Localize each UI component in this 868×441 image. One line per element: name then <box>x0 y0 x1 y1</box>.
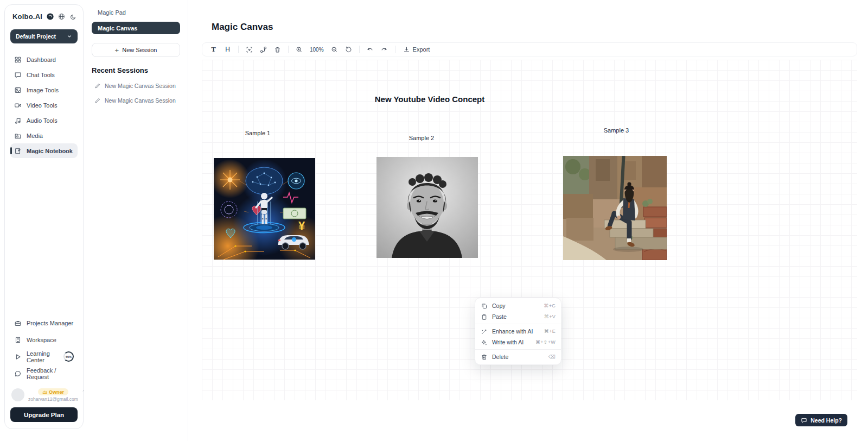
connector-tool-button[interactable] <box>257 44 270 55</box>
sample-1-image[interactable]: ¥ <box>214 158 315 260</box>
sidebar-item-label: Chat Tools <box>27 72 55 78</box>
connector-icon <box>260 46 267 53</box>
rotate-ccw-icon <box>345 46 352 53</box>
new-session-button[interactable]: + New Session <box>92 43 180 57</box>
sample-1-label[interactable]: Sample 1 <box>225 130 290 136</box>
dark-mode-moon-icon[interactable] <box>70 14 76 20</box>
canvas-toolbar: T H 100% Export <box>202 42 857 56</box>
export-button[interactable]: Export <box>400 46 433 53</box>
page-title: Magic Canvas <box>212 22 273 33</box>
reset-view-button[interactable] <box>342 44 355 55</box>
need-help-button[interactable]: Need Help? <box>795 414 847 426</box>
redo-button[interactable] <box>378 44 391 55</box>
delete-tool-button[interactable] <box>271 44 284 55</box>
trash-icon <box>274 46 281 53</box>
upgrade-plan-button[interactable]: Upgrade Plan <box>10 407 78 422</box>
zoom-out-button[interactable] <box>328 44 341 55</box>
user-account-row[interactable]: Owner zoharvan12@gmail.com <box>10 384 78 407</box>
sidebar-item-projects-manager[interactable]: Projects Manager <box>10 317 78 329</box>
context-menu-shortcut: ⌘+E <box>544 329 556 334</box>
sidebar-item-dashboard[interactable]: Dashboard <box>10 52 78 67</box>
download-icon <box>403 46 410 53</box>
text-tool-button[interactable]: T <box>207 44 220 55</box>
plus-icon: + <box>115 47 119 54</box>
sidebar-item-label: Dashboard <box>27 56 56 63</box>
music-note-icon <box>14 117 22 124</box>
context-menu-copy[interactable]: Copy ⌘+C <box>475 300 561 311</box>
chevron-down-icon <box>67 34 72 39</box>
app-root: Kolbo.AI Default Project Dashb <box>0 0 868 441</box>
context-menu-shortcut: ⌘+V <box>544 314 556 319</box>
sidebar-item-audio-tools[interactable]: Audio Tools <box>10 113 78 128</box>
sidebar-item-media[interactable]: Media <box>10 128 78 143</box>
session-item-label: New Magic Canvas Session <box>105 83 176 89</box>
context-menu-item-label: Paste <box>492 313 507 320</box>
context-menu-enhance-with-ai[interactable]: Enhance with AI ⌘+E <box>475 326 561 337</box>
sidebar-item-label: Workspace <box>27 337 56 343</box>
context-menu-divider <box>475 349 561 350</box>
toolbar-separator <box>238 46 239 53</box>
brand-row: Kolbo.AI <box>10 12 78 21</box>
avatar[interactable] <box>11 388 24 401</box>
sidebar-item-label: Video Tools <box>27 102 57 109</box>
sample-3-label[interactable]: Sample 3 <box>584 127 649 134</box>
copy-icon <box>481 303 488 310</box>
zoom-in-icon <box>296 46 303 53</box>
session-panel: Magic Pad Magic Canvas + New Session Rec… <box>84 0 188 441</box>
sidebar-item-workspace[interactable]: Workspace <box>10 333 78 346</box>
sidebar-nav: Dashboard Chat Tools Image Tools Video T… <box>10 52 78 158</box>
video-camera-icon <box>14 102 22 109</box>
sidebar-item-learning-center[interactable]: Learning Center 66% <box>10 350 78 363</box>
brand-head-icon <box>46 12 54 21</box>
context-menu-item-label: Write with AI <box>492 339 524 345</box>
select-tool-button[interactable] <box>243 44 256 55</box>
sidebar-item-chat-tools[interactable]: Chat Tools <box>10 67 78 82</box>
selection-icon <box>246 46 253 53</box>
zoom-level[interactable]: 100% <box>307 47 327 53</box>
text-tool-icon: T <box>211 45 216 54</box>
undo-button[interactable] <box>364 44 376 55</box>
sidebar-item-video-tools[interactable]: Video Tools <box>10 98 78 112</box>
pencil-icon <box>94 97 101 104</box>
crown-icon <box>42 390 47 394</box>
zoom-in-button[interactable] <box>293 44 305 55</box>
notebook-pen-icon <box>14 147 22 155</box>
tab-magic-pad[interactable]: Magic Pad <box>92 8 180 17</box>
heading-tool-button[interactable]: H <box>221 44 234 55</box>
undo-icon <box>366 46 374 53</box>
sidebar-item-magic-notebook[interactable]: Magic Notebook <box>10 143 78 158</box>
export-label: Export <box>413 46 430 53</box>
sample-2-label[interactable]: Sample 2 <box>389 135 454 141</box>
project-selector[interactable]: Default Project <box>10 29 78 43</box>
svg-text:¥: ¥ <box>298 219 305 232</box>
sidebar-spacer <box>10 158 78 317</box>
sidebar-item-label: Media <box>27 133 43 139</box>
new-session-label: New Session <box>122 47 157 53</box>
context-menu-item-label: Copy <box>492 303 506 309</box>
context-menu-shortcut: ⌘+⇧+W <box>535 339 556 345</box>
image-icon <box>14 86 22 94</box>
session-list-item[interactable]: New Magic Canvas Session <box>92 97 180 104</box>
sidebar-item-image-tools[interactable]: Image Tools <box>10 83 78 97</box>
context-menu-delete[interactable]: Delete ⌫ <box>475 351 561 362</box>
tab-magic-canvas[interactable]: Magic Canvas <box>92 22 180 34</box>
language-globe-icon[interactable] <box>58 13 65 20</box>
owner-badge: Owner <box>38 388 68 395</box>
board-title[interactable]: New Youtube Video Concept <box>354 94 506 104</box>
sidebar-item-label: Feedback / Request <box>27 367 74 380</box>
sample-2-image[interactable] <box>376 157 478 258</box>
sample-3-image[interactable] <box>563 156 667 260</box>
toolbar-separator <box>359 46 360 53</box>
dashboard-icon <box>14 56 22 64</box>
context-menu-shortcut: ⌘+C <box>544 303 556 308</box>
session-list-item[interactable]: New Magic Canvas Session <box>92 83 180 89</box>
sidebar-item-feedback-request[interactable]: Feedback / Request <box>10 367 78 380</box>
session-item-label: New Magic Canvas Session <box>105 97 176 104</box>
toolbar-separator <box>395 46 395 53</box>
brand-icons <box>58 13 76 20</box>
building-icon <box>14 336 22 344</box>
context-menu-write-with-ai[interactable]: Write with AI ⌘+⇧+W <box>475 337 561 348</box>
context-menu-paste[interactable]: Paste ⌘+V <box>475 311 561 322</box>
pencil-icon <box>94 83 101 89</box>
context-menu-item-label: Delete <box>492 354 508 360</box>
